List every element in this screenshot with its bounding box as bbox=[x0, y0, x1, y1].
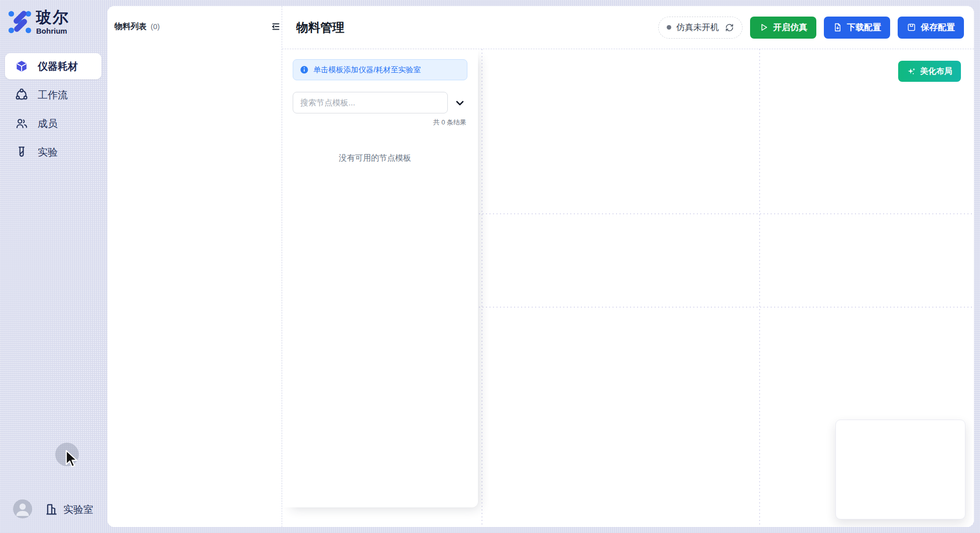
search-row bbox=[293, 92, 467, 113]
search-input[interactable] bbox=[293, 92, 448, 113]
layout-canvas[interactable]: 单击模板添加仪器/耗材至实验室 共 0 条结果 没有可用的节点模板 美化布局 bbox=[282, 49, 974, 527]
beautify-layout-button[interactable]: 美化布局 bbox=[898, 61, 961, 82]
lab-building-icon bbox=[44, 502, 58, 516]
save-icon bbox=[907, 23, 916, 32]
collapse-panel-icon[interactable] bbox=[270, 21, 281, 32]
sidebar-item-label: 实验 bbox=[38, 146, 58, 159]
save-config-label: 保存配置 bbox=[921, 22, 955, 33]
sidebar-item-members[interactable]: 成员 bbox=[0, 110, 107, 137]
mouse-cursor bbox=[61, 449, 81, 469]
sidebar: 玻尔 Bohrium 仪器耗材 工作流 成员 实验 bbox=[0, 0, 107, 533]
lab-switcher[interactable]: 实验室 bbox=[44, 498, 93, 521]
template-panel: 单击模板添加仪器/耗材至实验室 共 0 条结果 没有可用的节点模板 bbox=[282, 49, 478, 507]
download-config-label: 下载配置 bbox=[847, 22, 881, 33]
members-icon bbox=[15, 117, 28, 130]
workflow-icon bbox=[15, 88, 28, 101]
start-simulation-label: 开启仿真 bbox=[773, 22, 807, 33]
tip-text: 单击模板添加仪器/耗材至实验室 bbox=[313, 65, 421, 75]
main-card: 物料列表 (0) 物料管理 仿真未开机 开启仿真 下载配置 bbox=[107, 6, 974, 527]
lab-label: 实验室 bbox=[63, 503, 93, 516]
sidebar-item-label: 工作流 bbox=[38, 88, 68, 102]
cube-icon bbox=[15, 60, 28, 73]
brand-name-zh: 玻尔 bbox=[36, 9, 69, 26]
material-list-count: (0) bbox=[151, 22, 160, 31]
chevron-down-icon[interactable] bbox=[454, 97, 466, 109]
sparkles-icon bbox=[907, 67, 916, 76]
sidebar-item-label: 仪器耗材 bbox=[38, 60, 78, 73]
brand-logo: 玻尔 Bohrium bbox=[8, 9, 69, 35]
brand-name-en: Bohrium bbox=[36, 27, 69, 35]
material-list-panel: 物料列表 (0) bbox=[107, 6, 282, 527]
simulation-status-pill[interactable]: 仿真未开机 bbox=[658, 17, 743, 39]
sidebar-item-workflow[interactable]: 工作流 bbox=[0, 82, 107, 108]
minimap[interactable] bbox=[835, 420, 965, 519]
sidebar-footer: 实验室 bbox=[0, 498, 107, 521]
sidebar-item-label: 成员 bbox=[38, 117, 58, 130]
bohrium-logo-icon bbox=[8, 9, 32, 34]
beautify-layout-label: 美化布局 bbox=[920, 66, 952, 77]
sidebar-item-instruments[interactable]: 仪器耗材 bbox=[5, 53, 101, 79]
refresh-icon[interactable] bbox=[725, 23, 734, 32]
start-simulation-button[interactable]: 开启仿真 bbox=[750, 17, 816, 39]
tip-banner: 单击模板添加仪器/耗材至实验室 bbox=[293, 59, 467, 80]
page-title: 物料管理 bbox=[296, 20, 344, 36]
info-icon bbox=[300, 65, 309, 74]
download-file-icon bbox=[833, 23, 842, 32]
sidebar-item-experiments[interactable]: 实验 bbox=[0, 139, 107, 165]
status-dot bbox=[667, 25, 671, 30]
page-header: 物料管理 仿真未开机 开启仿真 下载配置 保存配置 bbox=[282, 6, 974, 49]
download-config-button[interactable]: 下载配置 bbox=[824, 17, 890, 39]
canvas-guide-vertical bbox=[481, 49, 482, 527]
header-actions: 仿真未开机 开启仿真 下载配置 保存配置 bbox=[658, 17, 964, 39]
material-list-title: 物料列表 bbox=[114, 22, 147, 32]
play-icon bbox=[759, 23, 769, 32]
material-list-header: 物料列表 (0) bbox=[114, 22, 160, 32]
results-count: 共 0 条结果 bbox=[282, 118, 466, 127]
status-label: 仿真未开机 bbox=[676, 22, 719, 33]
test-tube-icon bbox=[15, 146, 28, 159]
sidebar-nav: 仪器耗材 工作流 成员 实验 bbox=[0, 53, 107, 168]
empty-state-text: 没有可用的节点模板 bbox=[282, 153, 478, 164]
avatar[interactable] bbox=[13, 499, 32, 518]
canvas-guide-vertical bbox=[759, 49, 760, 527]
save-config-button[interactable]: 保存配置 bbox=[898, 17, 964, 39]
